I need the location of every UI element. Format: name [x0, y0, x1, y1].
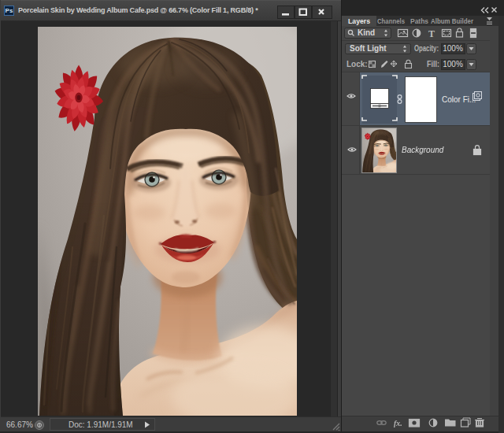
- svg-text:Lock:: Lock:: [346, 60, 368, 68]
- svg-text:Album Builder: Album Builder: [431, 17, 473, 25]
- svg-text:Background: Background: [402, 146, 444, 154]
- svg-text:Paths: Paths: [410, 17, 428, 25]
- svg-text:100%: 100%: [443, 44, 463, 53]
- svg-text:100%: 100%: [443, 60, 463, 68]
- svg-text:Layers: Layers: [348, 17, 370, 25]
- svg-text:Channels: Channels: [377, 17, 405, 25]
- svg-text:Fill:: Fill:: [427, 60, 439, 68]
- svg-text:Color Fi...: Color Fi...: [442, 95, 476, 104]
- svg-text:T: T: [428, 28, 435, 39]
- svg-text:Kind: Kind: [358, 28, 375, 37]
- svg-text:fx.: fx.: [394, 419, 402, 427]
- svg-text:Opacity:: Opacity:: [414, 44, 439, 53]
- svg-text:Soft Light: Soft Light: [350, 44, 387, 53]
